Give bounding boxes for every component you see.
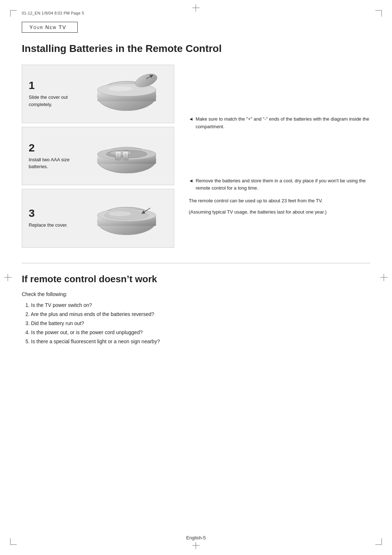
step-1-text: Slide the cover out completely.	[29, 94, 68, 107]
step-1-number: 1	[29, 80, 79, 91]
list-item-5: 5. Is there a special fluorescent light …	[25, 337, 370, 346]
troubleshoot-intro: Check the following:	[22, 291, 370, 297]
step-2-info: 2 Install two AAA size batteries.	[29, 142, 79, 170]
step-1-illustration	[86, 72, 167, 116]
steps-right: ◄ Make sure to match the "+" and "-" end…	[174, 65, 370, 251]
step-2-illustration: + − + −	[86, 134, 167, 178]
svg-text:−: −	[124, 157, 126, 160]
bullet-symbol-3: ◄	[189, 177, 193, 193]
step-3-bullet-note: ◄ Remove the batteries and store them in…	[189, 177, 370, 193]
remote-svg-1	[86, 72, 167, 116]
step-3-note-text: Remove the batteries and store them in a…	[196, 177, 370, 193]
corner-mark-tl	[10, 10, 17, 17]
list-item-4: 4. Is the power out, or is the power cor…	[25, 328, 370, 337]
footer-text: English-5	[186, 535, 206, 540]
step-3-block: 3 Replace the cover.	[22, 189, 174, 247]
step-3-note: ◄ Remove the batteries and store them in…	[189, 177, 370, 218]
section-header-text: Your New TV	[29, 24, 66, 30]
list-item-2: 2. Are the plus and minus ends of the ba…	[25, 310, 370, 319]
svg-point-4	[109, 86, 133, 91]
bullet-symbol-2: ◄	[189, 116, 193, 131]
cross-top	[192, 4, 200, 12]
steps-left: 1 Slide the cover out completely.	[22, 65, 174, 251]
step-1-block: 1 Slide the cover out completely.	[22, 65, 174, 123]
cross-bottom	[192, 542, 200, 549]
step-2-note: ◄ Make sure to match the "+" and "-" end…	[189, 116, 370, 131]
remote-svg-3	[86, 196, 167, 240]
list-item-3: 3. Did the battery run out?	[25, 319, 370, 328]
step-3-illustration	[86, 196, 167, 240]
step-2-block: 2 Install two AAA size batteries.	[22, 127, 174, 185]
step-1-info: 1 Slide the cover out completely.	[29, 80, 79, 108]
page-container: 01-12_EN 1/9/04 8:02 PM Page 5 Your New …	[0, 0, 392, 555]
section-header-box: Your New TV	[22, 22, 78, 33]
section-divider	[22, 263, 370, 263]
step-2-note-text: Make sure to match the "+" and "-" ends …	[196, 116, 370, 131]
svg-point-22	[109, 211, 131, 216]
cross-mid-left	[4, 274, 12, 281]
extra-note-1: The remote control can be used up to abo…	[189, 197, 370, 205]
cross-mid-right	[380, 274, 388, 281]
extra-note-2: (Assuming typical TV usage, the batterie…	[189, 208, 370, 216]
step-2-bullet-note: ◄ Make sure to match the "+" and "-" end…	[189, 116, 370, 131]
svg-point-17	[110, 151, 131, 155]
step-2-text: Install two AAA size batteries.	[29, 157, 70, 169]
section2-title: If remote control doesn’t work	[22, 274, 370, 285]
list-item-1: 1. Is the TV power switch on?	[25, 301, 370, 310]
remote-svg-2: + − + −	[86, 134, 167, 178]
page-footer: English-5	[0, 535, 392, 540]
main-title: Installing Batteries in the Remote Contr…	[22, 43, 370, 54]
step-3-text: Replace the cover.	[29, 222, 68, 228]
troubleshoot-list: 1. Is the TV power switch on? 2. Are the…	[22, 301, 370, 347]
steps-area: 1 Slide the cover out completely.	[22, 65, 370, 251]
corner-mark-tr	[375, 10, 382, 17]
step-3-number: 3	[29, 208, 79, 219]
svg-text:−: −	[117, 157, 119, 160]
step-3-info: 3 Replace the cover.	[29, 208, 79, 228]
step-2-number: 2	[29, 142, 79, 153]
